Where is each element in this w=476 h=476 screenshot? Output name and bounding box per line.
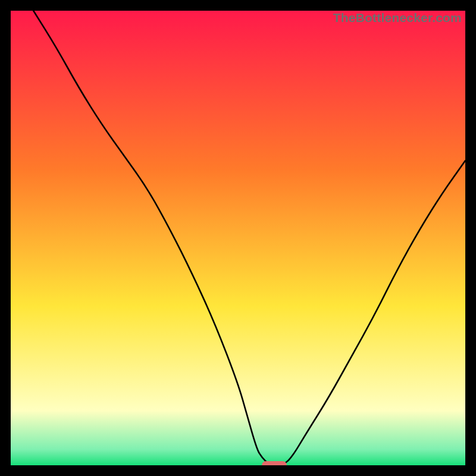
attribution-text: TheBottlenecker.com: [333, 11, 462, 25]
chart-frame: TheBottlenecker.com: [0, 0, 476, 476]
optimal-marker: [262, 461, 287, 465]
plot-area: TheBottlenecker.com: [11, 11, 465, 465]
bottleneck-curve: [11, 11, 465, 465]
